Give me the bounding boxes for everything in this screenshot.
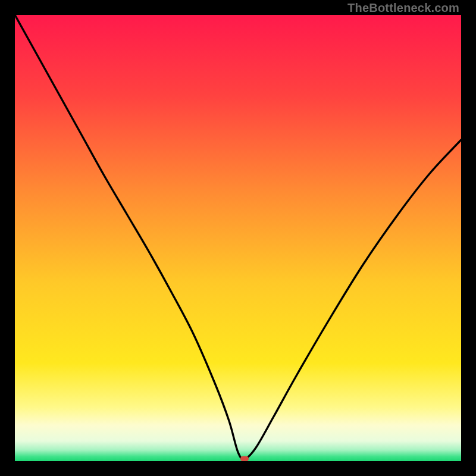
watermark-text: TheBottleneck.com (347, 1, 459, 15)
bottleneck-curve (15, 15, 461, 461)
bottleneck-marker (240, 456, 249, 461)
chart-stage: TheBottleneck.com (0, 0, 476, 476)
plot-area (15, 15, 461, 461)
